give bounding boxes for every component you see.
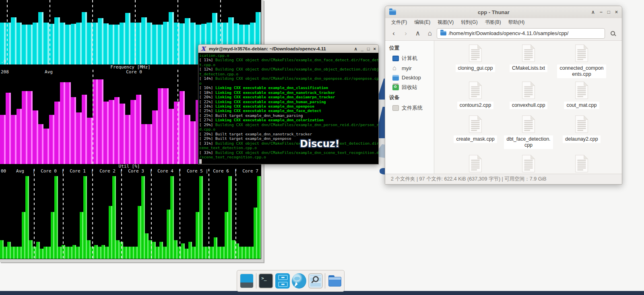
desktop-background[interactable]: .0Frequency [MHz]208AvgCore 0Util [%]00A… [0, 0, 644, 295]
dock-terminal-icon[interactable]: >_ [258, 273, 273, 289]
chart-bar [192, 247, 196, 259]
dock-file-cabinet-icon[interactable] [275, 273, 290, 289]
terminal-minimize-button[interactable]: _ [361, 46, 363, 52]
file-item[interactable]: delaunay2.cpp [555, 115, 608, 143]
chart-bar [190, 121, 196, 164]
up-button[interactable]: ∧ [413, 28, 423, 39]
file-item[interactable]: cout_mat.cpp [555, 81, 608, 109]
file-item[interactable]: connected_compon ents.cpp [555, 44, 608, 78]
status-text: 2 个文件夹 | 97 个文件: 622.4 KiB (637,309 字节) … [391, 176, 546, 183]
terminal-title: myir@myd-lr3576x-debian: ~/Downloads/ope… [209, 46, 352, 51]
dock-show-desktop-icon[interactable] [239, 273, 254, 289]
path-folder-icon [440, 31, 446, 35]
sidebar-item-home[interactable]: myir [385, 64, 434, 73]
menu-f[interactable]: 文件(F) [388, 19, 410, 26]
chart-bar [54, 17, 60, 64]
thunar-close-button[interactable]: × [615, 9, 618, 15]
menu-h[interactable]: 帮助(H) [506, 19, 528, 26]
thunar-toolbar: ‹ › ∧ ⌂ /home/myir/Downloads/opencv-4.11… [385, 26, 622, 41]
chart-bar [82, 95, 87, 164]
chart-bar [114, 97, 120, 164]
dock-web-browser-icon[interactable] [292, 273, 306, 289]
file-item[interactable]: dbt_face_detection. cpp [502, 115, 555, 149]
chart-bar [33, 23, 38, 64]
file-item[interactable] [449, 154, 502, 173]
chart-bar [54, 176, 58, 259]
terminal-output[interactable]: ication.cpp.o[ 11%] Building CXX object … [198, 53, 379, 164]
thunar-titlebar[interactable]: cpp - Thunar ∧ − □ × [385, 6, 622, 18]
document-icon [467, 115, 483, 133]
terminal-titlebar[interactable]: X myir@myd-lr3576x-debian: ~/Downloads/o… [198, 44, 379, 53]
file-item[interactable]: cloning_gui.cpp [449, 44, 502, 72]
terminal-line: /scene_text_recognition.cpp.o [199, 155, 378, 159]
thunar-window[interactable]: cpp - Thunar ∧ − □ × 文件(F)编辑(E)视图(V)转到(G… [385, 6, 622, 185]
document-icon [520, 154, 537, 173]
document-icon [467, 44, 483, 62]
chart-bar [98, 79, 103, 164]
thunar-sidebar: 位置计算机myirDesktop回收站设备文件系统 [385, 41, 434, 174]
terminal-close-button[interactable]: × [374, 46, 376, 52]
chart-bar [239, 247, 243, 259]
file-item[interactable] [555, 154, 608, 173]
dock-file-manager-icon[interactable] [327, 273, 342, 289]
terminal-line: [ 29%] Built target example_dnn_nanotrac… [199, 132, 378, 136]
chart-bar [82, 12, 87, 64]
chart-bar [246, 247, 250, 259]
chart-bar [152, 25, 158, 64]
sidebar-item-label: Desktop [402, 75, 421, 81]
thunar-shade-button[interactable]: ∧ [591, 9, 595, 15]
terminal-maximize-button[interactable]: □ [367, 46, 370, 52]
menu-e[interactable]: 编辑(E) [411, 19, 433, 26]
menu-g[interactable]: 转到(G) [458, 19, 480, 26]
file-item[interactable]: convexhull.cpp [502, 81, 555, 109]
chart-label: | [33, 168, 35, 174]
home-button[interactable]: ⌂ [425, 28, 435, 39]
chart-bar [49, 115, 55, 164]
chart-label: 00 [1, 168, 6, 174]
forward-button[interactable]: › [400, 28, 411, 39]
terminal-window[interactable]: X myir@myd-lr3576x-debian: ~/Downloads/o… [198, 44, 379, 164]
folder-icon [392, 75, 399, 81]
thunar-minimize-button[interactable]: − [600, 9, 603, 15]
chart-bar [27, 91, 33, 164]
menu-v[interactable]: 视图(V) [435, 19, 456, 26]
chart-bar [60, 23, 66, 64]
terminal-line: [ 29%] Built target example_dnn_openpose [199, 136, 378, 141]
chart-bar [40, 249, 43, 259]
back-button[interactable]: ‹ [388, 28, 399, 39]
chart-bar [98, 18, 103, 64]
sidebar-item-computer[interactable]: 计算机 [385, 53, 434, 64]
chart-bar [65, 247, 69, 259]
util-graph [0, 174, 261, 259]
file-item[interactable]: CMakeLists.txt [502, 44, 555, 72]
chart-bar [80, 212, 83, 259]
sidebar-item-folder[interactable]: Desktop [385, 73, 434, 82]
file-item[interactable]: create_mask.cpp [449, 115, 502, 143]
chart-bar [185, 18, 190, 64]
terminal-line: █ [199, 159, 378, 164]
file-item[interactable]: contours2.cpp [449, 81, 502, 109]
path-bar[interactable]: /home/myir/Downloads/opencv-4.11.0/sampl… [437, 28, 605, 39]
dock-app-finder-icon[interactable] [308, 273, 323, 289]
chart-bar [145, 233, 149, 259]
terminal-line: o [199, 81, 378, 85]
chart-bar [163, 247, 167, 259]
sidebar-item-label: 计算机 [402, 55, 417, 62]
sidebar-item-disk[interactable]: 文件系统 [385, 103, 434, 113]
thunar-file-view[interactable]: cloning_gui.cppCMakeLists.txtconnected_c… [434, 41, 622, 174]
terminal-line: [ 31%] Building CXX object dnn/CMakeFile… [199, 141, 378, 145]
chart-bar [174, 23, 180, 64]
sidebar-item-trash[interactable]: 回收站 [385, 82, 434, 93]
chart-bar [18, 247, 22, 259]
search-button[interactable] [607, 28, 619, 39]
chart-bar [93, 23, 98, 64]
document-icon [520, 115, 537, 133]
file-item[interactable] [502, 154, 555, 173]
terminal-shade-button[interactable]: ∧ [354, 46, 357, 52]
thunar-maximize-button[interactable]: □ [607, 9, 610, 15]
chart-bar [47, 247, 51, 259]
chart-label: | [234, 168, 237, 174]
file-name: convexhull.cpp [510, 102, 548, 109]
chart-label: Core 0 [126, 69, 142, 75]
menu-b[interactable]: 书签(B) [482, 19, 504, 26]
